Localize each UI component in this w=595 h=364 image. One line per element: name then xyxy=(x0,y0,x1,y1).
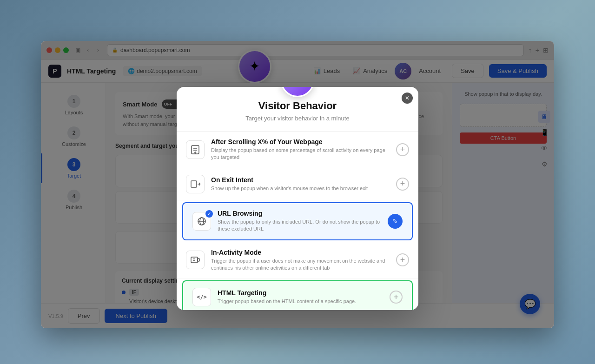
html-targeting-content: HTML Targeting Trigger popup based on th… xyxy=(218,289,383,305)
close-icon: ✕ xyxy=(405,95,410,101)
modal-body: After Scrolling X% of Your Webpage Displ… xyxy=(177,132,418,310)
modal-overlay[interactable]: ✦ ✕ Visitor Behavior Target your visitor… xyxy=(41,41,554,328)
inactivity-content: In-Activity Mode Trigger the popup if a … xyxy=(211,249,390,272)
browser-window: ▣ ‹ › 🔒 dashboard.popupsmart.com ↑ + ⊞ P… xyxy=(41,41,554,328)
modal-item-url-browsing[interactable]: ✓ URL Browsing Show the popup to only th… xyxy=(182,202,413,240)
exit-intent-desc: Show up the popup when a visitor's mouse… xyxy=(211,185,390,192)
url-browsing-desc: Show the popup to only this included URL… xyxy=(218,218,381,233)
url-browsing-title: URL Browsing xyxy=(218,210,381,217)
scrolling-content: After Scrolling X% of Your Webpage Displ… xyxy=(211,138,390,161)
exit-intent-icon xyxy=(186,175,205,193)
exit-intent-title: On Exit Intent xyxy=(211,176,390,184)
modal-close-button[interactable]: ✕ xyxy=(402,93,413,104)
html-targeting-desc: Trigger popup based on the HTML content … xyxy=(218,298,383,305)
svg-rect-9 xyxy=(191,257,198,263)
html-targeting-add-button[interactable]: + xyxy=(390,291,403,304)
modal-item-exit-intent[interactable]: On Exit Intent Show up the popup when a … xyxy=(177,168,418,200)
visitor-behavior-modal: ✦ ✕ Visitor Behavior Target your visitor… xyxy=(177,87,418,310)
inactivity-icon xyxy=(186,251,205,269)
url-browsing-edit-button[interactable]: ✎ xyxy=(388,214,403,229)
scrolling-desc: Display the popup based on some percenta… xyxy=(211,147,390,161)
inactivity-desc: Trigger the popup if a user does not mak… xyxy=(211,258,390,272)
html-targeting-title: HTML Targeting xyxy=(218,289,383,297)
svg-rect-10 xyxy=(198,258,199,261)
modal-title: Visitor Behavior xyxy=(188,100,407,112)
inactivity-add-button[interactable]: + xyxy=(396,253,409,266)
modal-avatar-icon: ✦ xyxy=(292,87,303,88)
scrolling-icon xyxy=(186,140,205,159)
modal-item-scrolling[interactable]: After Scrolling X% of Your Webpage Displ… xyxy=(177,132,418,168)
modal-item-html-targeting[interactable]: </> HTML Targeting Trigger popup based o… xyxy=(182,280,413,310)
scrolling-add-button[interactable]: + xyxy=(396,143,409,156)
svg-rect-4 xyxy=(191,181,197,187)
exit-intent-content: On Exit Intent Show up the popup when a … xyxy=(211,176,390,192)
url-browsing-content: URL Browsing Show the popup to only this… xyxy=(218,210,381,233)
modal-subtitle: Target your visitor behavior in a minute xyxy=(188,115,407,122)
scrolling-title: After Scrolling X% of Your Webpage xyxy=(211,138,390,146)
html-targeting-icon: </> xyxy=(192,288,211,306)
modal-item-inactivity[interactable]: In-Activity Mode Trigger the popup if a … xyxy=(177,242,418,279)
exit-intent-add-button[interactable]: + xyxy=(396,178,409,191)
url-icon-wrapper: ✓ xyxy=(192,212,211,231)
url-selected-checkmark: ✓ xyxy=(205,210,213,218)
inactivity-title: In-Activity Mode xyxy=(211,249,390,256)
